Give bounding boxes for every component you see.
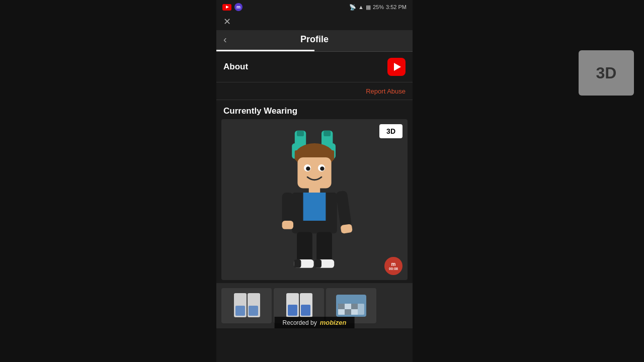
back-button[interactable]: ‹ (223, 34, 227, 45)
about-section: About (216, 52, 413, 82)
mobizen-brand: mobizen (320, 319, 347, 326)
svg-rect-14 (309, 188, 320, 193)
mobizen-time: 00:08 (389, 267, 398, 270)
phone-content: m 📡 ▲ ▦ 25% 3:52 PM ✕ ‹ Profile About (216, 0, 413, 362)
svg-rect-35 (288, 305, 297, 316)
svg-rect-36 (301, 305, 310, 316)
clock: 3:52 PM (386, 4, 407, 10)
svg-rect-40 (338, 304, 345, 309)
recorded-by-banner: Recorded by mobizen (275, 317, 355, 328)
3d-button[interactable]: 3D (379, 124, 403, 138)
svg-marker-0 (226, 6, 229, 9)
svg-rect-20 (340, 224, 353, 234)
report-abuse-row: Report Abuse (216, 82, 413, 100)
avatar-svg (272, 129, 357, 270)
top-close-bar: ✕ (216, 13, 413, 30)
svg-point-12 (306, 166, 310, 170)
svg-rect-45 (351, 309, 358, 315)
sim-icon: ▦ (366, 4, 371, 11)
thumbnail-item-1[interactable] (221, 288, 272, 323)
svg-rect-31 (249, 306, 258, 316)
close-button[interactable]: ✕ (223, 17, 231, 27)
svg-rect-3 (297, 131, 304, 136)
about-label: About (223, 62, 248, 72)
status-icons-right: 📡 ▲ ▦ 25% 3:52 PM (349, 4, 407, 11)
mastodon-status-icon: m (234, 3, 243, 11)
status-icons-left: m (222, 3, 243, 11)
profile-title: Profile (300, 34, 329, 45)
recorded-by-text: Recorded by (283, 319, 317, 326)
battery-percent: 25% (373, 4, 384, 10)
svg-rect-18 (282, 221, 293, 229)
cast-icon: 📡 (349, 4, 356, 11)
mobizen-m-icon: m (391, 261, 396, 267)
svg-rect-16 (303, 193, 326, 221)
svg-rect-4 (324, 131, 331, 136)
youtube-button[interactable] (387, 58, 406, 76)
youtube-play-icon (394, 63, 401, 71)
svg-rect-26 (314, 259, 321, 268)
tab-filler (314, 50, 413, 51)
wifi-icon: ▲ (358, 4, 364, 10)
svg-rect-25 (294, 259, 301, 268)
panel-3d-button: 3D (579, 50, 634, 96)
svg-rect-9 (297, 157, 331, 189)
status-bar: m 📡 ▲ ▦ 25% 3:52 PM (216, 0, 413, 13)
profile-tab-bar (216, 50, 413, 51)
tab-indicator (216, 50, 314, 51)
svg-rect-30 (235, 306, 245, 316)
report-abuse-link[interactable]: Report Abuse (366, 87, 406, 95)
right-panel: 3D (413, 0, 644, 362)
left-panel (0, 0, 216, 362)
profile-header: ‹ Profile (216, 30, 413, 52)
mobizen-badge: m 00:08 (384, 257, 403, 275)
svg-rect-44 (345, 309, 351, 315)
svg-point-13 (320, 166, 324, 170)
youtube-status-icon (222, 4, 231, 11)
avatar-display: 3D m 00:08 (221, 119, 408, 280)
avatar-image-area (221, 119, 408, 280)
svg-rect-43 (338, 309, 345, 315)
currently-wearing-title: Currently Wearing (216, 100, 413, 119)
svg-rect-42 (351, 304, 358, 309)
profile-title-row: ‹ Profile (216, 34, 413, 50)
content-area: About Report Abuse Currently Wearing (216, 52, 413, 362)
svg-rect-19 (336, 191, 352, 228)
thumbnails-section: Recorded by mobizen (216, 283, 413, 328)
svg-rect-41 (345, 304, 351, 309)
